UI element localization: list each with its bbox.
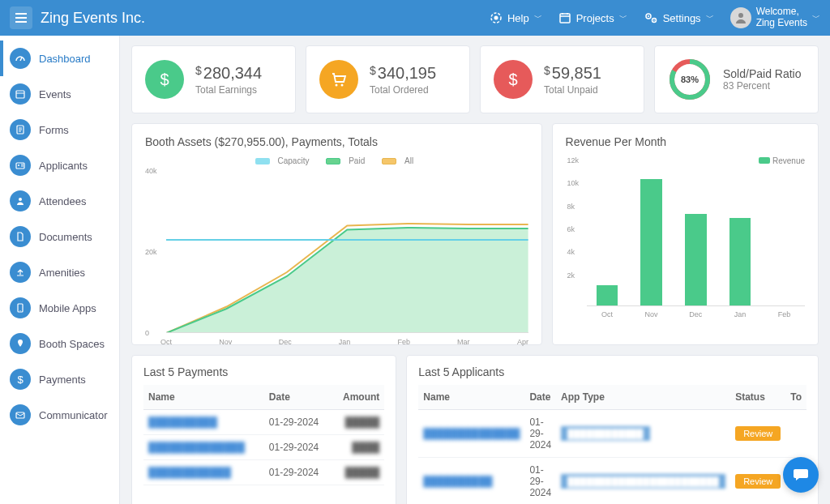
applicants-table: Name Date App Type Status To ███████████… (418, 385, 806, 505)
status-badge[interactable]: Review (735, 474, 781, 489)
svg-point-12 (19, 198, 22, 201)
sidebar-item-dashboard[interactable]: Dashboard (0, 41, 119, 76)
svg-point-6 (653, 19, 655, 21)
sidebar-label: Amenities (39, 267, 85, 279)
sidebar-item-forms[interactable]: Forms (0, 112, 119, 147)
revenue-chart-panel: Revenue Per Month Revenue OctNovDecJanFe… (552, 123, 819, 345)
metric-label: Total Unpaid (544, 84, 601, 96)
x-tick-label: Apr (517, 338, 528, 346)
revenue-bar: Nov (640, 179, 662, 305)
revenue-bar: Oct (597, 285, 618, 306)
y-tick-label: 4k (567, 248, 575, 256)
chat-bubble[interactable] (783, 457, 819, 493)
panel-title: Revenue Per Month (566, 135, 805, 148)
payment-amount: ████ (352, 442, 379, 453)
payment-name-link[interactable]: ██████████████ (148, 442, 245, 453)
table-row: ██████████01-29-2024█████ (143, 409, 384, 434)
ratio-sub: 83 Percent (723, 80, 802, 92)
x-tick-label: Oct (160, 338, 172, 346)
payments-table: Name Date Amount ██████████01-29-2024███… (143, 385, 384, 485)
y-tick-label: 12k (567, 156, 580, 164)
table-row: ██████████████01-29-2024████ (143, 434, 384, 459)
metric-label: Total Earnings (195, 84, 262, 96)
sidebar-item-applicants[interactable]: Applicants (0, 147, 119, 183)
applicant-name-link[interactable]: ██████████ (423, 476, 492, 487)
sidebar-item-amenities[interactable]: Amenities (0, 254, 119, 290)
chevron-down-icon: ﹀ (619, 12, 627, 23)
sidebar-item-booth-spaces[interactable]: Booth Spaces (0, 326, 119, 361)
ratio-pct: 83% (668, 58, 712, 101)
panel-title: Booth Assets ($270,955.00), Payments, To… (145, 135, 528, 148)
sidebar-item-attendees[interactable]: Attendees (0, 183, 119, 219)
sidebar: Dashboard Events Forms Applicants Attend… (0, 36, 120, 504)
col-name[interactable]: Name (143, 385, 264, 410)
col-status[interactable]: Status (730, 385, 785, 410)
sidebar-item-payments[interactable]: $ Payments (0, 361, 119, 397)
cart-icon (319, 60, 358, 99)
revenue-bar: Dec (685, 214, 707, 305)
svg-point-16 (336, 84, 338, 87)
calendar-icon (10, 83, 31, 105)
pin-icon (10, 333, 31, 354)
col-date[interactable]: Date (264, 385, 332, 410)
welcome-label: Welcome, (756, 6, 807, 18)
col-amount[interactable]: Amount (332, 385, 384, 410)
mail-icon (10, 404, 31, 425)
booth-chart-panel: Booth Assets ($270,955.00), Payments, To… (131, 123, 542, 345)
chevron-down-icon: ﹀ (706, 12, 714, 23)
dollar-icon: $ (145, 60, 184, 99)
metric-value: $340,195 (370, 64, 436, 83)
booth-legend: Capacity Paid All (145, 156, 528, 166)
sidebar-item-mobile-apps[interactable]: Mobile Apps (0, 290, 119, 326)
svg-point-1 (494, 16, 498, 20)
applicants-panel: Last 5 Applicants Name Date App Type Sta… (406, 355, 819, 505)
metric-ordered: $340,195 Total Ordered (306, 45, 470, 113)
metric-value: $59,851 (544, 64, 601, 83)
sidebar-label: Documents (39, 231, 92, 243)
revenue-bar: Jan (729, 218, 751, 305)
sidebar-item-events[interactable]: Events (0, 76, 119, 112)
menu-toggle[interactable] (10, 6, 32, 29)
avatar (730, 7, 751, 28)
sidebar-item-communicator[interactable]: Communicator (0, 397, 119, 433)
phone-icon (10, 297, 31, 318)
sidebar-label: Communicator (39, 409, 108, 421)
nav-projects-label: Projects (576, 12, 614, 24)
col-name[interactable]: Name (418, 385, 524, 410)
payment-name-link[interactable]: ████████████ (148, 467, 231, 478)
payment-name-link[interactable]: ██████████ (148, 416, 217, 428)
nav-user[interactable]: Welcome, Zing Events ﹀ (730, 6, 820, 29)
brand-title: Zing Events Inc. (41, 10, 490, 27)
topbar: Zing Events Inc. Help ﹀ Projects ﹀ Setti… (0, 0, 830, 36)
nav-help[interactable]: Help ﹀ (490, 11, 542, 24)
col-to[interactable]: To (785, 385, 806, 410)
sidebar-label: Events (39, 88, 71, 100)
x-tick-label: Feb (778, 310, 791, 318)
applicant-name-link[interactable]: ██████████████ (423, 428, 520, 439)
x-tick-label: Dec (279, 338, 292, 346)
nav-projects[interactable]: Projects ﹀ (558, 11, 627, 24)
sidebar-item-documents[interactable]: Documents (0, 219, 119, 254)
y-tick-label: 20k (145, 248, 157, 256)
y-tick-label: 10k (567, 179, 580, 187)
x-tick-label: Nov (219, 338, 232, 346)
nav-help-label: Help (507, 12, 529, 24)
id-card-icon (10, 155, 31, 176)
table-row: ██████████████01-29-2024████████████Revi… (418, 409, 806, 457)
apptype-badge: ████████████ (561, 426, 650, 441)
metric-label: Total Ordered (370, 84, 436, 96)
tables-row: Last 5 Payments Name Date Amount ███████… (131, 355, 819, 505)
x-tick-label: Dec (689, 310, 702, 318)
nav-settings[interactable]: Settings ﹀ (644, 11, 714, 24)
x-tick-label: Mar (457, 338, 470, 346)
nav-settings-label: Settings (663, 12, 701, 24)
sidebar-label: Attendees (39, 195, 87, 207)
main-content: $ $280,344 Total Earnings $340,195 Total… (120, 36, 830, 504)
col-apptype[interactable]: App Type (556, 385, 730, 410)
col-date[interactable]: Date (524, 385, 556, 410)
apptype-badge: ████████████████████████ (561, 474, 725, 489)
payment-date: 01-29-2024 (264, 409, 332, 434)
y-tick-label: 0 (145, 329, 149, 337)
payment-date: 01-29-2024 (264, 459, 332, 485)
status-badge[interactable]: Review (735, 426, 781, 441)
